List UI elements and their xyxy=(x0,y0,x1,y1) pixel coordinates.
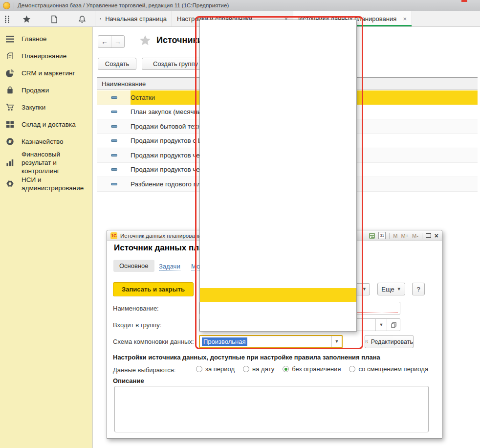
tab-main[interactable]: Основное xyxy=(113,260,154,272)
sidebar-item[interactable]: Главное xyxy=(0,30,92,47)
maximize-button[interactable] xyxy=(426,233,431,238)
create-button[interactable]: Создать xyxy=(98,58,136,70)
history-icon[interactable] xyxy=(49,14,59,24)
sidebar-item[interactable]: ₽ Казначейство xyxy=(0,133,92,150)
favorites-icon[interactable] xyxy=(22,14,31,24)
tab-close-icon[interactable]: × xyxy=(403,16,407,22)
chevron-down-icon[interactable]: ▼ xyxy=(375,319,387,331)
edit-button[interactable]: Редактировать xyxy=(365,335,414,348)
radio-option[interactable]: за период xyxy=(196,365,235,373)
dropdown-item[interactable] xyxy=(200,203,356,218)
dropdown-item[interactable] xyxy=(200,316,356,331)
description-label: Описание xyxy=(113,377,144,384)
forward-button[interactable]: → xyxy=(111,36,124,47)
dropdown-item[interactable] xyxy=(200,190,356,204)
radio-label: на дату xyxy=(252,365,274,373)
dropdown-item[interactable] xyxy=(200,91,356,105)
sidebar-item[interactable]: НСИ и администрирование xyxy=(0,175,92,192)
main-menu-icon[interactable] xyxy=(2,14,12,24)
window-titlebar: Демонстрационная база / Управление торго… xyxy=(0,0,480,11)
data-select-label: Данные выбираются: xyxy=(113,366,175,374)
notifications-icon[interactable] xyxy=(77,14,87,24)
more-button[interactable]: Еще ▼ xyxy=(377,283,405,295)
dropdown-item[interactable] xyxy=(200,302,356,316)
dropdown-item[interactable] xyxy=(200,274,356,288)
dropdown-item[interactable] xyxy=(200,288,356,302)
window-close-fragment[interactable] xyxy=(461,0,467,2)
row-name: Продажи продуктов с L xyxy=(131,134,201,148)
quick-toolbar xyxy=(0,11,95,26)
sidebar-item[interactable]: CRM и маркетинг xyxy=(0,65,92,82)
dropdown-item[interactable] xyxy=(200,218,356,232)
edit-schema-icon xyxy=(365,338,369,345)
help-button[interactable]: ? xyxy=(412,283,425,295)
dropdown-item[interactable] xyxy=(200,63,356,77)
radio-label: со смещением периода xyxy=(358,365,428,373)
schema-value: Произвольная xyxy=(202,337,247,346)
tab-tasks-link[interactable]: Задачи xyxy=(159,263,180,270)
tab-home[interactable]: Начальная страница xyxy=(95,11,172,26)
calculator-icon[interactable] xyxy=(369,233,375,239)
dropdown-item[interactable] xyxy=(200,105,356,119)
divider xyxy=(422,233,422,239)
dialog-controls: 31 M M+ M- × xyxy=(369,232,438,239)
treasury-ruble-icon: ₽ xyxy=(5,137,14,146)
crm-pie-icon xyxy=(5,69,14,78)
chevron-down-icon[interactable]: ▼ xyxy=(331,336,342,347)
description-textarea[interactable] xyxy=(114,386,429,432)
row-icon-cell xyxy=(97,177,131,191)
dialog-title: Источник данных планирования xyxy=(120,233,204,239)
memory-minus-button[interactable]: M- xyxy=(412,233,418,239)
memory-button[interactable]: M xyxy=(393,233,397,239)
warehouse-grid-icon xyxy=(5,120,14,129)
sidebar-item-label: Закупки xyxy=(22,103,45,112)
back-button[interactable]: ← xyxy=(98,36,111,47)
sales-bag-icon xyxy=(5,86,14,95)
tab-label: Начальная страница xyxy=(105,15,167,22)
purchases-cart-icon xyxy=(5,103,14,112)
element-icon xyxy=(111,183,117,185)
dropdown-item[interactable] xyxy=(200,35,356,49)
open-form-icon[interactable] xyxy=(387,319,400,331)
sidebar-item-label: Планирование xyxy=(22,52,66,60)
row-name: План закупок (месячны xyxy=(131,105,202,119)
sidebar-item[interactable]: Склад и доставка xyxy=(0,116,92,133)
dropdown-item[interactable] xyxy=(200,133,356,147)
admin-gear-icon xyxy=(5,179,14,188)
favorite-star-icon[interactable] xyxy=(139,35,151,46)
save-and-close-button[interactable]: Записать и закрыть xyxy=(113,282,194,296)
calendar-icon[interactable]: 31 xyxy=(378,232,386,239)
dropdown-item[interactable] xyxy=(200,119,356,134)
edit-label: Редактировать xyxy=(371,338,413,345)
sidebar-item[interactable]: Продажи xyxy=(0,82,92,99)
sidebar-item[interactable]: Планирование xyxy=(0,47,92,65)
close-button[interactable]: × xyxy=(435,232,438,239)
dropdown-item[interactable] xyxy=(200,77,356,91)
dropdown-item[interactable] xyxy=(200,49,356,63)
chevron-down-icon: ▼ xyxy=(397,287,401,291)
schema-combobox[interactable]: Произвольная ▼ xyxy=(199,335,343,348)
settings-section-header: Настройки источника данных, доступные пр… xyxy=(113,354,380,361)
dropdown-item[interactable] xyxy=(200,161,356,176)
sidebar-item-label: Продажи xyxy=(22,86,49,94)
sidebar-item[interactable]: Финансовый результат и контроллинг xyxy=(0,150,92,175)
sidebar-item[interactable]: Закупки xyxy=(0,99,92,116)
dropdown-item[interactable] xyxy=(200,260,356,274)
radio-option[interactable]: со смещением периода xyxy=(349,365,428,373)
radio-option[interactable]: на дату xyxy=(243,365,274,373)
sections-sidebar: Главное Планирование CRM и маркетинг Про… xyxy=(0,27,93,448)
row-icon-cell xyxy=(97,119,131,134)
sidebar-item-label: CRM и маркетинг xyxy=(22,69,75,77)
dropdown-item[interactable] xyxy=(200,232,356,246)
dropdown-item[interactable] xyxy=(200,246,356,260)
radio-label: без ограничения xyxy=(292,365,341,373)
dropdown-item[interactable] xyxy=(200,176,356,190)
radio-circle xyxy=(243,366,249,372)
memory-plus-button[interactable]: M+ xyxy=(401,233,409,239)
dropdown-item[interactable] xyxy=(200,21,356,35)
radio-option[interactable]: без ограничения xyxy=(283,365,341,373)
sidebar-item-label: Склад и доставка xyxy=(22,120,76,129)
row-icon-cell xyxy=(97,105,131,119)
menu-icon xyxy=(5,35,14,44)
dropdown-item[interactable] xyxy=(200,147,356,161)
